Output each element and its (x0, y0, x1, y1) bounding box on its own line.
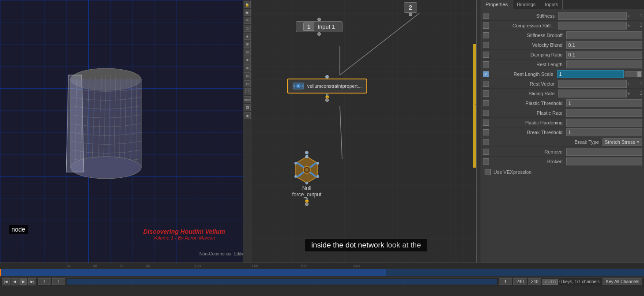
viewport-toolbar-btn-14[interactable]: 🖼 (244, 104, 251, 111)
tl-tick-72: | (175, 280, 176, 284)
ruler-24: 24 (66, 264, 71, 268)
viewport-toolbar-btn-2[interactable]: ▣ (244, 9, 251, 16)
prop-broken-value[interactable] (566, 157, 643, 165)
btn-step-back-start[interactable]: |◀ (2, 278, 10, 285)
prop-break-threshold-check[interactable] (483, 129, 489, 135)
prop-velocity-blend-value[interactable]: 0.1 (566, 41, 643, 49)
prop-stiffness-value[interactable] (558, 12, 627, 20)
prop-plastic-threshold-check[interactable] (483, 100, 489, 106)
viewport-toolbar-btn-13[interactable]: abc (244, 96, 251, 103)
btn-play[interactable]: ▶ (19, 278, 27, 285)
prop-break-threshold-value[interactable]: 1 (566, 128, 643, 136)
prop-rest-length-check[interactable] (483, 61, 489, 67)
current-sub-frame-input[interactable] (52, 278, 65, 285)
prop-rest-length-scale-check[interactable] (483, 71, 489, 77)
tab-inputs[interactable]: Inputs (540, 0, 563, 9)
input-1-node[interactable]: 1 Input 1 (296, 17, 343, 37)
btn-step-forward[interactable]: ▶| (28, 278, 36, 285)
svg-point-29 (305, 155, 308, 158)
prop-damping-ratio-value[interactable]: 0.1 (566, 51, 643, 59)
prop-stiffness-dropoff-value[interactable] (566, 31, 643, 39)
prop-plastic-rate-check[interactable] (483, 110, 489, 116)
current-frame-input[interactable] (38, 278, 51, 285)
viewport-toolbar-btn-6[interactable]: ⊞ (244, 41, 251, 48)
viewport-toolbar-btn-8[interactable]: ✥ (244, 56, 251, 64)
prop-sliding-rate-plus[interactable]: + (628, 91, 630, 96)
viewport-toolbar-btn-3[interactable]: 👁 (244, 17, 251, 24)
prop-sliding-rate-label: Sliding Rate (491, 91, 558, 96)
node-network-vscroll[interactable] (476, 0, 481, 262)
force-top-dot (305, 151, 309, 154)
prop-stiffness-plus[interactable]: + (628, 13, 630, 19)
prop-rest-length-value[interactable] (566, 60, 643, 68)
ruler-240: 240 (353, 264, 360, 268)
prop-velocity-blend-check[interactable] (483, 42, 489, 48)
prop-plastic-threshold-value[interactable]: 1 (566, 99, 643, 107)
key-all-channels-button[interactable]: Key All Channels (603, 278, 642, 285)
viewport-toolbar-btn-5[interactable]: ◈ (244, 33, 251, 40)
input-1-box[interactable]: 1 Input 1 (296, 21, 343, 32)
range-start-input[interactable] (499, 278, 512, 285)
tab-bindings[interactable]: Bindings (512, 0, 540, 9)
node-badge-2-box: 2 (404, 2, 417, 13)
prop-stiffness-dropoff-label: Stiffness Dropoff (491, 33, 566, 38)
force-output-node[interactable]: Null force_output 🔒 (291, 150, 322, 207)
viewport-toolbar-btn-10[interactable]: ⊗ (244, 72, 251, 79)
prop-compression-check[interactable] (483, 22, 489, 29)
timeline-track-main[interactable] (0, 269, 644, 276)
timeline-playhead (0, 269, 1, 276)
prop-compression-value[interactable] (558, 22, 627, 30)
prop-rest-length-scale-slider[interactable] (625, 71, 642, 77)
input-1-bottom-dot (317, 32, 321, 36)
node-network[interactable]: 2 1 Input 1 (252, 0, 481, 262)
viewport-toolbar-btn-15[interactable]: ◉ (244, 112, 251, 119)
prop-plastic-hardening-check[interactable] (483, 120, 489, 126)
prop-plastic-rate-value[interactable] (566, 109, 643, 117)
prop-stiffness-check[interactable] (483, 13, 489, 19)
force-bottom-dot (305, 202, 309, 206)
prop-break-type-check[interactable] (483, 139, 489, 145)
viewport-toolbar-btn-12[interactable]: ⛶ (244, 88, 251, 95)
constraint-node[interactable]: vellumconstraintpropert... 🔒 (287, 74, 367, 103)
prop-compression-label: Compression Stiff... (491, 23, 558, 28)
timeline-full-ruler[interactable]: | | | | | | | | (67, 279, 497, 285)
prop-remove-check[interactable] (483, 149, 489, 155)
viewport-toolbar-btn-1[interactable]: 🔒 (244, 1, 251, 8)
viewport-toolbar-btn-11[interactable]: ⊘ (244, 80, 251, 87)
prop-break-type-dropdown[interactable]: Stretch Stress ▼ (603, 138, 642, 146)
prop-sliding-rate-value[interactable] (558, 90, 627, 97)
prop-remove-value[interactable] (566, 148, 643, 156)
viewport-toolbar-btn-9[interactable]: ⊕ (244, 64, 251, 71)
btn-step-back[interactable]: ◀ (11, 278, 19, 285)
prop-stiffness-dropoff-check[interactable] (483, 32, 489, 38)
range-end-input[interactable] (513, 278, 527, 285)
play-controls: |◀ ◀ ▶ ▶| (2, 278, 36, 285)
tl-tick-120: | (260, 280, 261, 284)
tab-properties[interactable]: Properties (481, 0, 512, 9)
constraint-box[interactable]: vellumconstraintpropert... (287, 79, 367, 94)
prop-rest-vector-check[interactable] (483, 81, 489, 87)
force-output-lock-icon: 🔒 (304, 198, 309, 202)
main-area: Non-Commercial Edition node 🔒 ▣ 👁 ◎ ◈ ⊞ … (0, 0, 644, 262)
viewport-toolbar-btn-4[interactable]: ◎ (244, 25, 251, 32)
prop-stiffness-right: 1 (631, 13, 642, 18)
prop-damping-ratio-check[interactable] (483, 52, 489, 58)
prop-broken-check[interactable] (483, 158, 489, 165)
bottom-controls-bar: |◀ ◀ ▶ ▶| | | | | | | | | (0, 277, 644, 286)
use-vexpression-label: Use VEXpression (493, 169, 531, 175)
prop-sliding-rate-check[interactable] (483, 90, 489, 97)
use-vexpression-check[interactable] (485, 169, 491, 175)
prop-rest-vector-value[interactable] (558, 80, 627, 88)
range-end2-input[interactable] (528, 278, 541, 285)
prop-plastic-hardening-value[interactable] (566, 119, 643, 127)
prop-compression-plus[interactable]: + (628, 23, 630, 28)
auto-button[interactable]: AUTO (542, 279, 558, 285)
prop-rest-length-scale-value[interactable]: 1 (557, 70, 624, 78)
input-1-badge: 1 (303, 22, 314, 31)
prop-rest-vector-plus[interactable]: + (628, 81, 630, 86)
viewport-toolbar-btn-7[interactable]: ⊡ (244, 49, 251, 56)
tl-tick-24: | (89, 280, 90, 284)
input-1-top-dot (317, 18, 321, 21)
viewport-3d[interactable]: Non-Commercial Edition node 🔒 ▣ 👁 ◎ ◈ ⊞ … (0, 0, 252, 262)
prop-rest-vector: Rest Vector + 1 (481, 79, 644, 89)
